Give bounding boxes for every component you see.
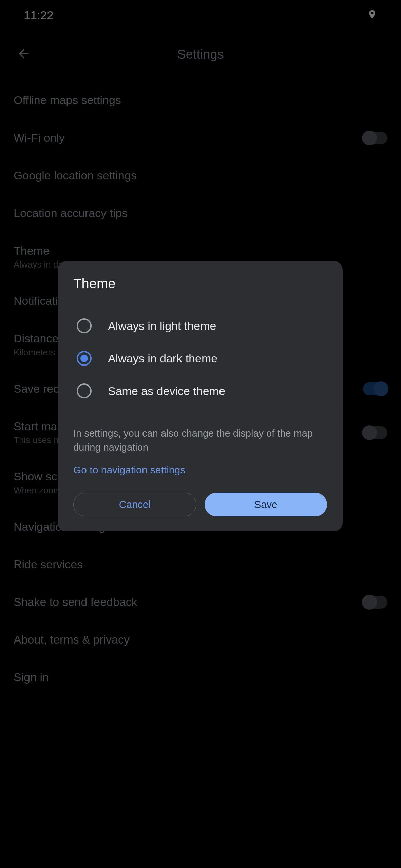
radio-option-device[interactable]: Same as device theme [73,375,327,407]
radio-icon [77,318,92,333]
radio-option-light[interactable]: Always in light theme [73,310,327,342]
navigation-settings-link[interactable]: Go to navigation settings [73,464,327,476]
dialog-note: In settings, you can also change the dis… [73,427,327,454]
divider [58,417,343,417]
radio-label: Always in light theme [108,319,216,333]
save-button[interactable]: Save [205,493,327,516]
radio-icon [77,351,92,366]
theme-dialog: Theme Always in light theme Always in da… [58,261,343,531]
radio-option-dark[interactable]: Always in dark theme [73,342,327,375]
radio-label: Same as device theme [108,384,225,398]
cancel-button[interactable]: Cancel [73,493,196,516]
dialog-title: Theme [73,276,327,291]
radio-label: Always in dark theme [108,352,217,365]
radio-icon [77,383,92,398]
blank-filler [0,824,401,868]
